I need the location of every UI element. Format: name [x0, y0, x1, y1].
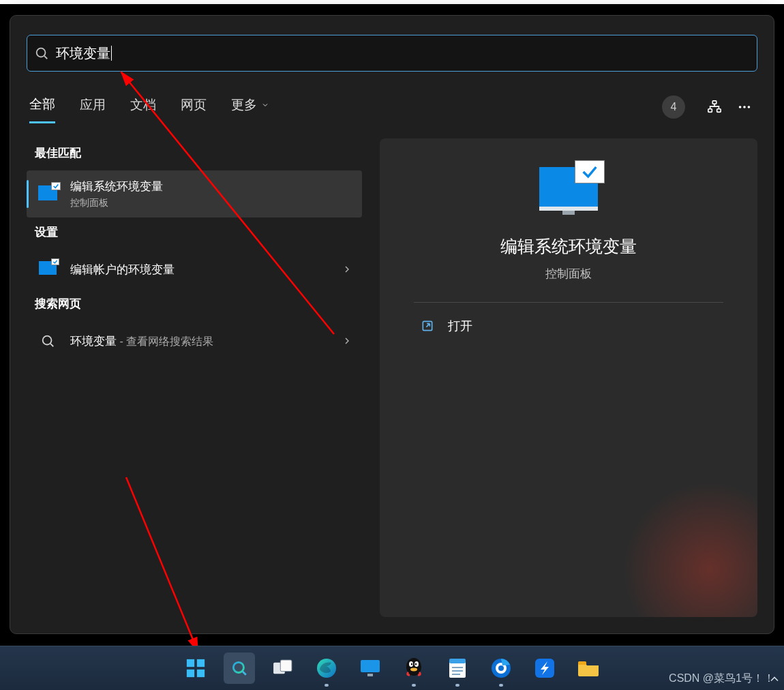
taskbar-monitor-app[interactable] [355, 652, 386, 684]
result-title: 编辑系统环境变量 [70, 179, 352, 194]
svg-point-31 [415, 663, 417, 665]
search-icon [34, 46, 49, 61]
more-options-icon[interactable] [732, 94, 757, 120]
taskbar-qq-browser[interactable] [485, 652, 517, 684]
taskbar-file-explorer[interactable] [573, 652, 604, 684]
task-view-button[interactable] [267, 652, 299, 684]
control-panel-icon [36, 258, 59, 281]
results-left-column: 最佳匹配 编辑系统环境变量 控制面板 设置 [27, 138, 362, 617]
search-box[interactable]: 环境变量 [27, 35, 757, 72]
result-best-match[interactable]: 编辑系统环境变量 控制面板 [27, 170, 362, 217]
taskbar-thunder[interactable] [529, 652, 560, 684]
svg-rect-19 [197, 670, 205, 677]
result-term: 环境变量 [70, 335, 117, 348]
svg-point-30 [411, 663, 412, 665]
detail-subtitle: 控制面板 [545, 266, 592, 282]
svg-line-9 [50, 344, 53, 346]
open-external-icon [421, 319, 434, 333]
svg-rect-26 [367, 674, 373, 676]
control-panel-large-icon [539, 167, 598, 217]
svg-rect-17 [197, 659, 205, 667]
section-best-match: 最佳匹配 [35, 145, 362, 161]
svg-rect-4 [717, 109, 721, 112]
result-suffix: - 查看网络搜索结果 [117, 335, 213, 347]
result-subtitle: 控制面板 [70, 197, 352, 209]
result-title: 编辑帐户的环境变量 [70, 262, 342, 278]
svg-point-7 [748, 106, 751, 108]
taskbar-edge[interactable] [311, 652, 342, 684]
results-content: 最佳匹配 编辑系统环境变量 控制面板 设置 [27, 138, 757, 617]
tabs-row: 全部 应用 文档 网页 更多 4 [29, 91, 757, 123]
tab-indicator-count[interactable]: 4 [662, 95, 685, 119]
svg-rect-2 [712, 101, 717, 104]
watermark: CSDN @菜鸟1号！！ [669, 672, 774, 686]
org-chart-icon[interactable] [702, 94, 727, 120]
detail-open-label: 打开 [448, 318, 472, 334]
section-settings: 设置 [35, 224, 362, 240]
detail-panel: 编辑系统环境变量 控制面板 打开 [380, 138, 757, 617]
svg-point-8 [43, 336, 52, 345]
control-panel-icon [36, 183, 59, 206]
svg-rect-18 [187, 670, 194, 677]
chevron-down-icon [261, 101, 269, 109]
tab-apps[interactable]: 应用 [80, 92, 106, 122]
tab-more[interactable]: 更多 [231, 92, 269, 122]
section-search-web: 搜索网页 [35, 296, 362, 312]
taskbar [0, 646, 784, 690]
svg-rect-3 [708, 109, 712, 112]
svg-point-20 [233, 662, 243, 672]
svg-point-5 [739, 106, 742, 108]
taskbar-notepad[interactable] [442, 652, 473, 684]
search-icon [36, 329, 59, 352]
search-panel: 环境变量 全部 应用 文档 网页 更多 4 最佳匹配 [10, 15, 774, 634]
svg-rect-25 [361, 660, 380, 672]
svg-rect-16 [187, 659, 194, 667]
svg-point-32 [410, 668, 417, 672]
svg-rect-42 [578, 661, 586, 665]
svg-rect-12 [562, 211, 575, 215]
result-web-item[interactable]: 环境变量 - 查看网络搜索结果 [27, 321, 362, 361]
detail-open-action[interactable]: 打开 [414, 303, 723, 349]
ambient-glow [621, 481, 757, 617]
taskbar-search-button[interactable] [224, 652, 255, 684]
svg-rect-34 [449, 659, 466, 663]
result-settings-item[interactable]: 编辑帐户的环境变量 [27, 250, 362, 289]
svg-point-40 [498, 665, 504, 671]
svg-point-0 [37, 48, 46, 57]
chevron-right-icon [342, 264, 352, 275]
svg-line-1 [44, 56, 47, 59]
tab-all[interactable]: 全部 [29, 91, 55, 123]
detail-title: 编辑系统环境变量 [500, 235, 637, 258]
start-button[interactable] [180, 652, 211, 684]
search-input[interactable]: 环境变量 [49, 44, 750, 63]
chevron-right-icon [342, 335, 352, 346]
svg-point-6 [743, 106, 746, 108]
svg-rect-11 [539, 207, 598, 211]
window-top-edge [0, 0, 784, 4]
tab-documents[interactable]: 文档 [130, 92, 156, 122]
svg-rect-23 [280, 660, 292, 672]
taskbar-qq[interactable] [398, 652, 429, 684]
tab-web[interactable]: 网页 [181, 92, 207, 122]
svg-line-21 [243, 672, 246, 675]
